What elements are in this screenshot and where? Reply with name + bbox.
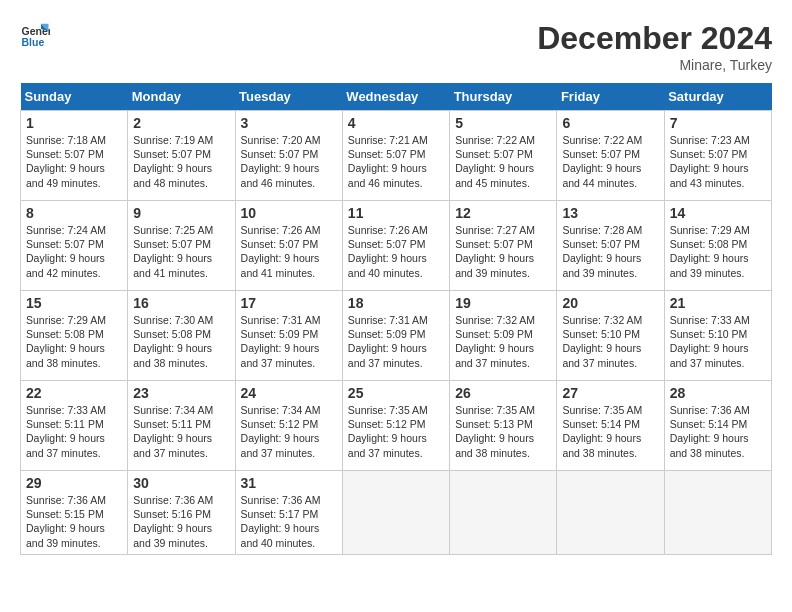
calendar-cell: 21Sunrise: 7:33 AMSunset: 5:10 PMDayligh… [664, 291, 771, 381]
logo-icon: General Blue [20, 20, 50, 50]
day-info: Sunrise: 7:31 AMSunset: 5:09 PMDaylight:… [241, 313, 337, 370]
day-number: 25 [348, 385, 444, 401]
day-info: Sunrise: 7:32 AMSunset: 5:09 PMDaylight:… [455, 313, 551, 370]
calendar-cell: 31Sunrise: 7:36 AMSunset: 5:17 PMDayligh… [235, 471, 342, 555]
day-number: 22 [26, 385, 122, 401]
day-info: Sunrise: 7:32 AMSunset: 5:10 PMDaylight:… [562, 313, 658, 370]
calendar-cell [450, 471, 557, 555]
day-info: Sunrise: 7:35 AMSunset: 5:14 PMDaylight:… [562, 403, 658, 460]
day-info: Sunrise: 7:30 AMSunset: 5:08 PMDaylight:… [133, 313, 229, 370]
day-number: 8 [26, 205, 122, 221]
day-number: 30 [133, 475, 229, 491]
calendar-cell: 9Sunrise: 7:25 AMSunset: 5:07 PMDaylight… [128, 201, 235, 291]
day-info: Sunrise: 7:26 AMSunset: 5:07 PMDaylight:… [241, 223, 337, 280]
day-number: 17 [241, 295, 337, 311]
day-number: 31 [241, 475, 337, 491]
calendar-cell [342, 471, 449, 555]
day-number: 19 [455, 295, 551, 311]
day-info: Sunrise: 7:31 AMSunset: 5:09 PMDaylight:… [348, 313, 444, 370]
day-number: 3 [241, 115, 337, 131]
header-monday: Monday [128, 83, 235, 111]
day-info: Sunrise: 7:35 AMSunset: 5:13 PMDaylight:… [455, 403, 551, 460]
day-info: Sunrise: 7:19 AMSunset: 5:07 PMDaylight:… [133, 133, 229, 190]
day-info: Sunrise: 7:36 AMSunset: 5:17 PMDaylight:… [241, 493, 337, 550]
day-info: Sunrise: 7:28 AMSunset: 5:07 PMDaylight:… [562, 223, 658, 280]
day-number: 7 [670, 115, 766, 131]
day-number: 11 [348, 205, 444, 221]
header-tuesday: Tuesday [235, 83, 342, 111]
day-number: 16 [133, 295, 229, 311]
calendar-cell: 26Sunrise: 7:35 AMSunset: 5:13 PMDayligh… [450, 381, 557, 471]
day-number: 23 [133, 385, 229, 401]
calendar-cell: 11Sunrise: 7:26 AMSunset: 5:07 PMDayligh… [342, 201, 449, 291]
calendar-cell: 17Sunrise: 7:31 AMSunset: 5:09 PMDayligh… [235, 291, 342, 381]
day-number: 21 [670, 295, 766, 311]
day-number: 29 [26, 475, 122, 491]
calendar-cell: 20Sunrise: 7:32 AMSunset: 5:10 PMDayligh… [557, 291, 664, 381]
day-info: Sunrise: 7:34 AMSunset: 5:12 PMDaylight:… [241, 403, 337, 460]
calendar-cell: 25Sunrise: 7:35 AMSunset: 5:12 PMDayligh… [342, 381, 449, 471]
calendar-cell: 1Sunrise: 7:18 AMSunset: 5:07 PMDaylight… [21, 111, 128, 201]
day-info: Sunrise: 7:36 AMSunset: 5:16 PMDaylight:… [133, 493, 229, 550]
logo: General Blue [20, 20, 50, 50]
calendar-cell: 28Sunrise: 7:36 AMSunset: 5:14 PMDayligh… [664, 381, 771, 471]
title-section: December 2024 Minare, Turkey [537, 20, 772, 73]
calendar-cell: 5Sunrise: 7:22 AMSunset: 5:07 PMDaylight… [450, 111, 557, 201]
calendar-cell: 24Sunrise: 7:34 AMSunset: 5:12 PMDayligh… [235, 381, 342, 471]
day-number: 5 [455, 115, 551, 131]
day-number: 14 [670, 205, 766, 221]
calendar-cell: 3Sunrise: 7:20 AMSunset: 5:07 PMDaylight… [235, 111, 342, 201]
calendar-cell: 16Sunrise: 7:30 AMSunset: 5:08 PMDayligh… [128, 291, 235, 381]
calendar-cell: 7Sunrise: 7:23 AMSunset: 5:07 PMDaylight… [664, 111, 771, 201]
calendar-cell [557, 471, 664, 555]
header-row: SundayMondayTuesdayWednesdayThursdayFrid… [21, 83, 772, 111]
calendar-cell: 2Sunrise: 7:19 AMSunset: 5:07 PMDaylight… [128, 111, 235, 201]
calendar-cell: 4Sunrise: 7:21 AMSunset: 5:07 PMDaylight… [342, 111, 449, 201]
calendar-cell: 18Sunrise: 7:31 AMSunset: 5:09 PMDayligh… [342, 291, 449, 381]
day-number: 10 [241, 205, 337, 221]
day-number: 27 [562, 385, 658, 401]
day-number: 1 [26, 115, 122, 131]
day-info: Sunrise: 7:21 AMSunset: 5:07 PMDaylight:… [348, 133, 444, 190]
day-number: 20 [562, 295, 658, 311]
header-wednesday: Wednesday [342, 83, 449, 111]
calendar-table: SundayMondayTuesdayWednesdayThursdayFrid… [20, 83, 772, 555]
calendar-cell [664, 471, 771, 555]
calendar-cell: 22Sunrise: 7:33 AMSunset: 5:11 PMDayligh… [21, 381, 128, 471]
day-info: Sunrise: 7:29 AMSunset: 5:08 PMDaylight:… [26, 313, 122, 370]
month-title: December 2024 [537, 20, 772, 57]
day-info: Sunrise: 7:29 AMSunset: 5:08 PMDaylight:… [670, 223, 766, 280]
day-number: 12 [455, 205, 551, 221]
day-info: Sunrise: 7:35 AMSunset: 5:12 PMDaylight:… [348, 403, 444, 460]
calendar-cell: 30Sunrise: 7:36 AMSunset: 5:16 PMDayligh… [128, 471, 235, 555]
calendar-cell: 8Sunrise: 7:24 AMSunset: 5:07 PMDaylight… [21, 201, 128, 291]
day-info: Sunrise: 7:27 AMSunset: 5:07 PMDaylight:… [455, 223, 551, 280]
day-number: 13 [562, 205, 658, 221]
header-friday: Friday [557, 83, 664, 111]
day-number: 9 [133, 205, 229, 221]
day-number: 18 [348, 295, 444, 311]
calendar-cell: 12Sunrise: 7:27 AMSunset: 5:07 PMDayligh… [450, 201, 557, 291]
day-number: 2 [133, 115, 229, 131]
calendar-cell: 19Sunrise: 7:32 AMSunset: 5:09 PMDayligh… [450, 291, 557, 381]
header-sunday: Sunday [21, 83, 128, 111]
day-info: Sunrise: 7:26 AMSunset: 5:07 PMDaylight:… [348, 223, 444, 280]
calendar-cell: 6Sunrise: 7:22 AMSunset: 5:07 PMDaylight… [557, 111, 664, 201]
calendar-cell: 13Sunrise: 7:28 AMSunset: 5:07 PMDayligh… [557, 201, 664, 291]
day-number: 26 [455, 385, 551, 401]
day-number: 24 [241, 385, 337, 401]
calendar-cell: 10Sunrise: 7:26 AMSunset: 5:07 PMDayligh… [235, 201, 342, 291]
day-info: Sunrise: 7:36 AMSunset: 5:15 PMDaylight:… [26, 493, 122, 550]
day-info: Sunrise: 7:22 AMSunset: 5:07 PMDaylight:… [562, 133, 658, 190]
header-saturday: Saturday [664, 83, 771, 111]
day-info: Sunrise: 7:33 AMSunset: 5:11 PMDaylight:… [26, 403, 122, 460]
day-info: Sunrise: 7:34 AMSunset: 5:11 PMDaylight:… [133, 403, 229, 460]
calendar-cell: 29Sunrise: 7:36 AMSunset: 5:15 PMDayligh… [21, 471, 128, 555]
day-info: Sunrise: 7:33 AMSunset: 5:10 PMDaylight:… [670, 313, 766, 370]
day-info: Sunrise: 7:20 AMSunset: 5:07 PMDaylight:… [241, 133, 337, 190]
calendar-cell: 27Sunrise: 7:35 AMSunset: 5:14 PMDayligh… [557, 381, 664, 471]
day-number: 15 [26, 295, 122, 311]
day-info: Sunrise: 7:24 AMSunset: 5:07 PMDaylight:… [26, 223, 122, 280]
day-info: Sunrise: 7:36 AMSunset: 5:14 PMDaylight:… [670, 403, 766, 460]
day-number: 28 [670, 385, 766, 401]
